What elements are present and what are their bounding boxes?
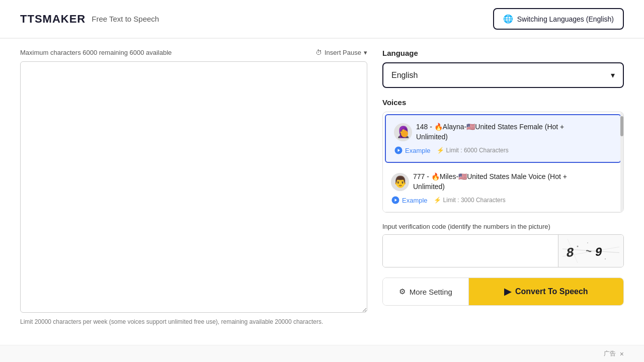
text-input[interactable] [20, 61, 367, 313]
verification-input[interactable] [383, 235, 558, 267]
more-setting-button[interactable]: ⚙ More Setting [383, 278, 469, 305]
limit-text-miles: ⚡ Limit : 3000 Characters [434, 197, 506, 204]
voice-item-miles[interactable]: 👨 777 - 🔥Miles-🇺🇸United States Male Voic… [383, 165, 623, 212]
svg-point-12 [587, 242, 588, 243]
language-dropdown[interactable]: English ▾ [382, 62, 624, 88]
play-icon [394, 146, 403, 155]
left-panel: Maximum characters 6000 remaining 6000 a… [20, 49, 382, 325]
captcha-svg: 8 ~ 9 [562, 239, 619, 263]
char-info-row: Maximum characters 6000 remaining 6000 a… [20, 49, 367, 56]
voices-list: 🧕 148 - 🔥Alayna-🇺🇸United States Female (… [382, 112, 624, 213]
action-buttons: ⚙ More Setting ▶ Convert To Speech [382, 278, 624, 306]
voice-item-alayna[interactable]: 🧕 148 - 🔥Alayna-🇺🇸United States Female (… [385, 114, 621, 163]
limit-icon: ⚡ [437, 147, 444, 154]
voice-name-miles: 777 - 🔥Miles-🇺🇸United States Male Voice … [413, 172, 567, 192]
svg-point-11 [605, 258, 606, 259]
main-content: Maximum characters 6000 remaining 6000 a… [0, 39, 644, 335]
logo-area: TTSMAKER Free Text to Speech [20, 13, 159, 26]
voice-scroll-thumb [620, 116, 623, 136]
language-label: Language [382, 49, 624, 57]
chevron-down-icon: ▾ [364, 49, 367, 56]
voices-label: Voices [382, 98, 624, 107]
svg-point-10 [577, 246, 579, 247]
voice-scrollbar[interactable] [620, 112, 623, 212]
example-link-alayna[interactable]: Example [394, 146, 431, 155]
captcha-image[interactable]: 8 ~ 9 [558, 235, 623, 267]
insert-pause-button[interactable]: ⏱ Insert Pause ▾ [315, 49, 367, 56]
verification-section: Input verification code (identify the nu… [382, 223, 624, 267]
voice-item-header-miles: 👨 777 - 🔥Miles-🇺🇸United States Male Voic… [391, 172, 615, 192]
example-link-miles[interactable]: Example [391, 196, 428, 205]
globe-icon: 🌐 [503, 14, 513, 24]
more-setting-label: More Setting [410, 288, 452, 296]
voice-avatar-miles: 👨 [391, 173, 409, 191]
settings-icon: ⚙ [399, 287, 406, 296]
lang-switch-label: Switching Languages (English) [517, 15, 614, 23]
logo-subtitle: Free Text to Speech [92, 15, 159, 23]
logo: TTSMAKER [20, 13, 86, 26]
char-info-text: Maximum characters 6000 remaining 6000 a… [20, 49, 172, 56]
char-limit-note: Limit 20000 characters per week (some vo… [20, 318, 367, 325]
play-circle-icon: ▶ [504, 286, 511, 297]
voice-actions-alayna: Example ⚡ Limit : 6000 Characters [394, 146, 612, 155]
verification-label: Input verification code (identify the nu… [382, 223, 624, 230]
voice-avatar-container: 🧕 [394, 123, 412, 141]
language-selected: English [391, 71, 418, 80]
limit-icon-miles: ⚡ [434, 197, 441, 204]
voice-status-dot [401, 130, 408, 137]
right-panel: Language English ▾ Voices 🧕 148 - 🔥Alayn… [382, 49, 624, 325]
lang-switch-button[interactable]: 🌐 Switching Languages (English) [493, 8, 624, 30]
verification-input-row: 8 ~ 9 [382, 234, 624, 267]
voice-name-alayna: 148 - 🔥Alayna-🇺🇸United States Female (Ho… [416, 122, 564, 142]
clock-icon: ⏱ [315, 49, 322, 56]
svg-text:9: 9 [595, 245, 604, 259]
svg-text:8: 8 [566, 245, 576, 261]
voice-actions-miles: Example ⚡ Limit : 3000 Characters [391, 196, 615, 205]
voices-section: Voices 🧕 148 - 🔥Alayna-🇺🇸United States F… [382, 98, 624, 213]
play-icon-miles [391, 196, 400, 205]
convert-label: Convert To Speech [515, 287, 588, 296]
voice-item-header: 🧕 148 - 🔥Alayna-🇺🇸United States Female (… [394, 122, 612, 142]
svg-text:~: ~ [585, 245, 594, 257]
convert-button[interactable]: ▶ Convert To Speech [469, 278, 623, 305]
chevron-down-icon: ▾ [611, 70, 615, 80]
insert-pause-label: Insert Pause [325, 49, 361, 56]
header: TTSMAKER Free Text to Speech 🌐 Switching… [0, 0, 644, 38]
limit-text-alayna: ⚡ Limit : 6000 Characters [437, 147, 509, 154]
